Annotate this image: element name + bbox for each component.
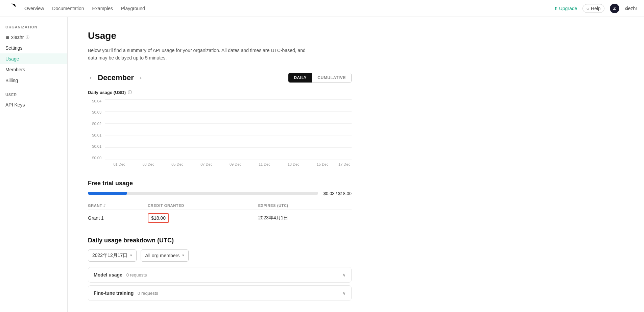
upgrade-button[interactable]: Upgrade bbox=[554, 6, 577, 11]
sidebar-item-api-keys[interactable]: API Keys bbox=[0, 99, 67, 110]
usage-label: Usage bbox=[5, 56, 19, 62]
user-section: USER API Keys bbox=[0, 93, 67, 110]
grant-row-1: Grant 1 $18.00 2023年4月1日 bbox=[88, 210, 352, 226]
page-description: Below you'll find a summary of API usage… bbox=[88, 47, 311, 62]
month-nav: ‹ December › DAILY CUMULATIVE bbox=[88, 73, 352, 83]
chart-x-label-2: 05 Dec bbox=[163, 162, 192, 166]
model-usage-title: Model usage bbox=[94, 272, 122, 278]
logo[interactable]: ✦ bbox=[7, 3, 16, 14]
settings-label: Settings bbox=[5, 45, 23, 51]
nav-playground[interactable]: Playground bbox=[121, 4, 145, 13]
progress-bar-track bbox=[88, 192, 318, 195]
credit-value: $18.00 bbox=[148, 213, 169, 223]
chart-x-label-1: 03 Dec bbox=[134, 162, 163, 166]
chart-x-labels: 01 Dec03 Dec05 Dec07 Dec09 Dec11 Dec13 D… bbox=[105, 162, 352, 166]
chart-x-label-4: 09 Dec bbox=[221, 162, 250, 166]
username-label[interactable]: xiezhr bbox=[625, 6, 637, 11]
org-section-label: ORGANIZATION bbox=[0, 25, 67, 32]
chart-label-text: Daily usage (USD) bbox=[88, 90, 126, 95]
free-trial-section: Free trial usage $0.03 / $18.00 GRANT # … bbox=[88, 180, 352, 226]
chart-x-label-3: 07 Dec bbox=[192, 162, 221, 166]
model-usage-accordion-title-wrap: Model usage 0 requests bbox=[94, 272, 147, 278]
help-circle-icon: ○ bbox=[586, 6, 589, 11]
page-title: Usage bbox=[88, 30, 352, 41]
y-label-3: $0.02 bbox=[88, 122, 101, 126]
nav-right: Upgrade ○ Help Z xiezhr bbox=[554, 4, 637, 13]
breakdown-filters: 2022年12月17日 ▾ All org members ▾ bbox=[88, 249, 352, 262]
members-filter-select[interactable]: All org members ▾ bbox=[141, 249, 189, 262]
y-label-5: $0.01 bbox=[88, 145, 101, 148]
sidebar: ORGANIZATION ▦ xiezhr ⓘ Settings Usage M… bbox=[0, 17, 68, 312]
sidebar-item-usage[interactable]: Usage bbox=[0, 53, 67, 64]
help-button[interactable]: ○ Help bbox=[582, 4, 604, 13]
members-filter-arrow-icon: ▾ bbox=[182, 253, 184, 258]
sidebar-item-members[interactable]: Members bbox=[0, 64, 67, 75]
y-label-4: $0.01 bbox=[88, 134, 101, 137]
members-filter-value: All org members bbox=[145, 253, 180, 258]
sidebar-item-billing[interactable]: Billing bbox=[0, 75, 67, 86]
date-filter-arrow-icon: ▾ bbox=[130, 253, 132, 258]
y-label-1: $0.04 bbox=[88, 99, 101, 103]
user-section-label: USER bbox=[0, 93, 67, 99]
chart-info-icon[interactable]: ⓘ bbox=[128, 90, 132, 95]
finetune-chevron-icon: ∨ bbox=[342, 290, 346, 296]
free-trial-title: Free trial usage bbox=[88, 180, 352, 187]
finetune-accordion: Fine-tune training 0 requests ∨ bbox=[88, 285, 352, 301]
breakdown-section: Daily usage breakdown (UTC) 2022年12月17日 … bbox=[88, 237, 352, 301]
org-name-label: xiezhr bbox=[11, 34, 24, 40]
chart-y-labels: $0.04 $0.03 $0.02 $0.01 $0.01 $0.00 bbox=[88, 99, 101, 160]
members-label: Members bbox=[5, 67, 25, 72]
toggle-cumulative-button[interactable]: CUMULATIVE bbox=[312, 73, 351, 82]
model-usage-chevron-icon: ∨ bbox=[342, 272, 346, 278]
month-label: December bbox=[98, 73, 134, 82]
date-filter-select[interactable]: 2022年12月17日 ▾ bbox=[88, 249, 137, 262]
org-section: ORGANIZATION ▦ xiezhr ⓘ Settings Usage M… bbox=[0, 25, 67, 86]
chart-x-label-7: 15 Dec bbox=[308, 162, 337, 166]
expires-col-header: EXPIRES (UTC) bbox=[258, 201, 352, 210]
nav-documentation[interactable]: Documentation bbox=[52, 4, 84, 13]
view-toggle: DAILY CUMULATIVE bbox=[288, 73, 352, 83]
svg-text:✦: ✦ bbox=[8, 5, 13, 10]
nav-links: Overview Documentation Examples Playgrou… bbox=[24, 4, 554, 13]
sidebar-item-org[interactable]: ▦ xiezhr ⓘ bbox=[0, 32, 67, 43]
chart-area: $0.04 $0.03 $0.02 $0.01 $0.01 $0.00 bbox=[88, 99, 352, 160]
y-label-6: $0.00 bbox=[88, 156, 101, 160]
chart-bars-wrapper bbox=[105, 99, 352, 160]
org-icon: ▦ bbox=[5, 35, 9, 40]
chart-x-label-8: 17 Dec bbox=[337, 162, 352, 166]
chart-label: Daily usage (USD) ⓘ bbox=[88, 90, 352, 95]
toggle-daily-button[interactable]: DAILY bbox=[288, 73, 312, 82]
grant-col-header: GRANT # bbox=[88, 201, 148, 210]
chart-x-label-0: 01 Dec bbox=[105, 162, 134, 166]
layout: ORGANIZATION ▦ xiezhr ⓘ Settings Usage M… bbox=[0, 17, 644, 312]
date-filter-value: 2022年12月17日 bbox=[92, 253, 127, 259]
model-usage-accordion-header[interactable]: Model usage 0 requests ∨ bbox=[88, 267, 351, 282]
finetune-title: Fine-tune training bbox=[94, 290, 134, 296]
model-usage-requests: 0 requests bbox=[126, 272, 147, 278]
finetune-accordion-header[interactable]: Fine-tune training 0 requests ∨ bbox=[88, 286, 351, 301]
user-avatar[interactable]: Z bbox=[610, 4, 619, 13]
month-nav-left: ‹ December › bbox=[88, 73, 144, 82]
nav-examples[interactable]: Examples bbox=[92, 4, 113, 13]
nav-overview[interactable]: Overview bbox=[24, 4, 44, 13]
info-icon[interactable]: ⓘ bbox=[26, 35, 29, 40]
chart-x-label-6: 13 Dec bbox=[279, 162, 308, 166]
main-content: Usage Below you'll find a summary of API… bbox=[68, 17, 372, 312]
finetune-accordion-title-wrap: Fine-tune training 0 requests bbox=[94, 290, 158, 296]
next-month-button[interactable]: › bbox=[138, 73, 144, 82]
breakdown-title: Daily usage breakdown (UTC) bbox=[88, 237, 352, 244]
chart-container: Daily usage (USD) ⓘ $0.04 $0.03 $0.02 $0… bbox=[88, 90, 352, 166]
credit-granted-cell: $18.00 bbox=[148, 210, 258, 226]
prev-month-button[interactable]: ‹ bbox=[88, 73, 94, 82]
grant-table: GRANT # CREDIT GRANTED EXPIRES (UTC) Gra… bbox=[88, 201, 352, 226]
progress-value: $0.03 / $18.00 bbox=[324, 191, 352, 196]
chart-bars bbox=[105, 99, 352, 160]
progress-bar-container: $0.03 / $18.00 bbox=[88, 191, 352, 196]
chart-x-label-5: 11 Dec bbox=[250, 162, 279, 166]
model-usage-accordion: Model usage 0 requests ∨ bbox=[88, 267, 352, 283]
sidebar-item-settings[interactable]: Settings bbox=[0, 43, 67, 53]
progress-bar-fill bbox=[88, 192, 127, 195]
y-label-2: $0.03 bbox=[88, 111, 101, 114]
top-nav: ✦ Overview Documentation Examples Playgr… bbox=[0, 0, 644, 17]
api-keys-label: API Keys bbox=[5, 102, 25, 107]
